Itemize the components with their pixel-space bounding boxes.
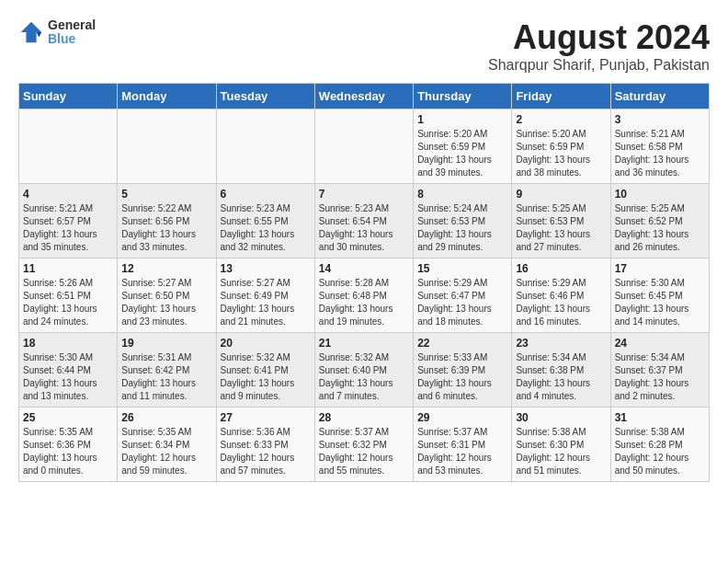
day-detail: Sunrise: 5:34 AMSunset: 6:38 PMDaylight:… (516, 351, 606, 403)
calendar-cell: 1Sunrise: 5:20 AMSunset: 6:59 PMDaylight… (414, 109, 512, 184)
calendar-cell: 11Sunrise: 5:26 AMSunset: 6:51 PMDayligh… (19, 259, 118, 333)
calendar-header-row: SundayMondayTuesdayWednesdayThursdayFrid… (19, 84, 710, 109)
day-detail: Sunrise: 5:29 AMSunset: 6:47 PMDaylight:… (417, 277, 507, 328)
day-detail: Sunrise: 5:37 AMSunset: 6:32 PMDaylight:… (319, 426, 409, 477)
calendar-cell: 3Sunrise: 5:21 AMSunset: 6:58 PMDaylight… (610, 109, 709, 184)
day-detail: Sunrise: 5:35 AMSunset: 6:36 PMDaylight:… (23, 426, 113, 477)
day-detail: Sunrise: 5:29 AMSunset: 6:46 PMDaylight:… (516, 277, 606, 328)
day-number: 23 (516, 337, 606, 350)
day-detail: Sunrise: 5:20 AMSunset: 6:59 PMDaylight:… (417, 128, 507, 179)
calendar-cell: 20Sunrise: 5:32 AMSunset: 6:41 PMDayligh… (216, 333, 314, 408)
day-number: 29 (417, 411, 507, 424)
calendar-cell: 13Sunrise: 5:27 AMSunset: 6:49 PMDayligh… (216, 259, 314, 333)
day-number: 17 (615, 262, 705, 275)
calendar-cell: 7Sunrise: 5:23 AMSunset: 6:54 PMDaylight… (314, 184, 413, 259)
calendar-cell: 31Sunrise: 5:38 AMSunset: 6:28 PMDayligh… (610, 408, 709, 482)
calendar-cell: 26Sunrise: 5:35 AMSunset: 6:34 PMDayligh… (118, 408, 216, 482)
calendar-cell: 23Sunrise: 5:34 AMSunset: 6:38 PMDayligh… (512, 333, 610, 408)
day-number: 18 (23, 337, 113, 350)
calendar-table: SundayMondayTuesdayWednesdayThursdayFrid… (18, 83, 710, 482)
day-number: 6 (221, 188, 311, 201)
day-number: 3 (615, 113, 705, 126)
calendar-cell: 4Sunrise: 5:21 AMSunset: 6:57 PMDaylight… (19, 184, 118, 259)
day-number: 13 (221, 262, 311, 275)
day-detail: Sunrise: 5:24 AMSunset: 6:53 PMDaylight:… (417, 202, 507, 254)
day-detail: Sunrise: 5:36 AMSunset: 6:33 PMDaylight:… (221, 426, 311, 477)
day-header-friday: Friday (512, 84, 610, 109)
day-number: 9 (516, 188, 606, 201)
day-detail: Sunrise: 5:32 AMSunset: 6:40 PMDaylight:… (319, 351, 409, 403)
day-number: 19 (121, 337, 211, 350)
day-detail: Sunrise: 5:31 AMSunset: 6:42 PMDaylight:… (121, 351, 211, 403)
calendar-week-row: 18Sunrise: 5:30 AMSunset: 6:44 PMDayligh… (19, 333, 710, 408)
day-header-tuesday: Tuesday (216, 84, 314, 109)
day-detail: Sunrise: 5:23 AMSunset: 6:54 PMDaylight:… (319, 202, 409, 254)
day-header-saturday: Saturday (610, 84, 709, 109)
day-detail: Sunrise: 5:30 AMSunset: 6:45 PMDaylight:… (615, 277, 705, 328)
day-detail: Sunrise: 5:28 AMSunset: 6:48 PMDaylight:… (319, 277, 409, 328)
calendar-cell: 28Sunrise: 5:37 AMSunset: 6:32 PMDayligh… (314, 408, 413, 482)
day-number: 1 (417, 113, 507, 126)
calendar-cell: 17Sunrise: 5:30 AMSunset: 6:45 PMDayligh… (610, 259, 709, 333)
calendar-cell: 18Sunrise: 5:30 AMSunset: 6:44 PMDayligh… (19, 333, 118, 408)
calendar-subtitle: Sharqpur Sharif, Punjab, Pakistan (488, 57, 710, 74)
page-header: General Blue August 2024 Sharqpur Sharif… (18, 18, 710, 74)
day-detail: Sunrise: 5:27 AMSunset: 6:49 PMDaylight:… (221, 277, 311, 328)
day-detail: Sunrise: 5:21 AMSunset: 6:57 PMDaylight:… (23, 202, 113, 254)
day-number: 22 (417, 337, 507, 350)
day-detail: Sunrise: 5:22 AMSunset: 6:56 PMDaylight:… (121, 202, 211, 254)
calendar-cell: 19Sunrise: 5:31 AMSunset: 6:42 PMDayligh… (118, 333, 216, 408)
calendar-cell: 24Sunrise: 5:34 AMSunset: 6:37 PMDayligh… (610, 333, 709, 408)
day-header-sunday: Sunday (19, 84, 118, 109)
day-number: 21 (319, 337, 409, 350)
day-number: 5 (121, 188, 211, 201)
day-number: 14 (319, 262, 409, 275)
day-detail: Sunrise: 5:38 AMSunset: 6:30 PMDaylight:… (516, 426, 606, 477)
day-number: 24 (615, 337, 705, 350)
day-detail: Sunrise: 5:35 AMSunset: 6:34 PMDaylight:… (121, 426, 211, 477)
calendar-cell: 14Sunrise: 5:28 AMSunset: 6:48 PMDayligh… (314, 259, 413, 333)
day-number: 25 (23, 411, 113, 424)
calendar-week-row: 11Sunrise: 5:26 AMSunset: 6:51 PMDayligh… (19, 259, 710, 333)
day-number: 8 (417, 188, 507, 201)
day-detail: Sunrise: 5:26 AMSunset: 6:51 PMDaylight:… (23, 277, 113, 328)
calendar-cell: 22Sunrise: 5:33 AMSunset: 6:39 PMDayligh… (414, 333, 512, 408)
calendar-cell: 25Sunrise: 5:35 AMSunset: 6:36 PMDayligh… (19, 408, 118, 482)
day-detail: Sunrise: 5:37 AMSunset: 6:31 PMDaylight:… (417, 426, 507, 477)
day-header-wednesday: Wednesday (314, 84, 413, 109)
day-detail: Sunrise: 5:23 AMSunset: 6:55 PMDaylight:… (221, 202, 311, 254)
day-number: 27 (221, 411, 311, 424)
calendar-cell (314, 109, 413, 184)
day-number: 4 (23, 188, 113, 201)
day-detail: Sunrise: 5:33 AMSunset: 6:39 PMDaylight:… (417, 351, 507, 403)
day-detail: Sunrise: 5:21 AMSunset: 6:58 PMDaylight:… (615, 128, 705, 179)
calendar-week-row: 4Sunrise: 5:21 AMSunset: 6:57 PMDaylight… (19, 184, 710, 259)
calendar-cell: 8Sunrise: 5:24 AMSunset: 6:53 PMDaylight… (414, 184, 512, 259)
day-number: 7 (319, 188, 409, 201)
calendar-week-row: 1Sunrise: 5:20 AMSunset: 6:59 PMDaylight… (19, 109, 710, 184)
day-number: 26 (121, 411, 211, 424)
day-number: 28 (319, 411, 409, 424)
calendar-cell (19, 109, 118, 184)
day-number: 30 (516, 411, 606, 424)
day-detail: Sunrise: 5:34 AMSunset: 6:37 PMDaylight:… (615, 351, 705, 403)
day-number: 12 (121, 262, 211, 275)
logo-line1: General (48, 18, 96, 32)
title-block: August 2024 Sharqpur Sharif, Punjab, Pak… (488, 18, 710, 74)
day-detail: Sunrise: 5:32 AMSunset: 6:41 PMDaylight:… (221, 351, 311, 403)
day-detail: Sunrise: 5:20 AMSunset: 6:59 PMDaylight:… (516, 128, 606, 179)
day-detail: Sunrise: 5:27 AMSunset: 6:50 PMDaylight:… (121, 277, 211, 328)
day-number: 16 (516, 262, 606, 275)
calendar-cell: 16Sunrise: 5:29 AMSunset: 6:46 PMDayligh… (512, 259, 610, 333)
day-number: 15 (417, 262, 507, 275)
logo-icon (18, 19, 44, 45)
calendar-title: August 2024 (488, 18, 710, 57)
day-header-monday: Monday (118, 84, 216, 109)
logo: General Blue (18, 18, 96, 47)
calendar-cell: 15Sunrise: 5:29 AMSunset: 6:47 PMDayligh… (414, 259, 512, 333)
calendar-cell: 5Sunrise: 5:22 AMSunset: 6:56 PMDaylight… (118, 184, 216, 259)
day-detail: Sunrise: 5:25 AMSunset: 6:52 PMDaylight:… (615, 202, 705, 254)
day-header-thursday: Thursday (414, 84, 512, 109)
calendar-cell: 27Sunrise: 5:36 AMSunset: 6:33 PMDayligh… (216, 408, 314, 482)
day-number: 10 (615, 188, 705, 201)
